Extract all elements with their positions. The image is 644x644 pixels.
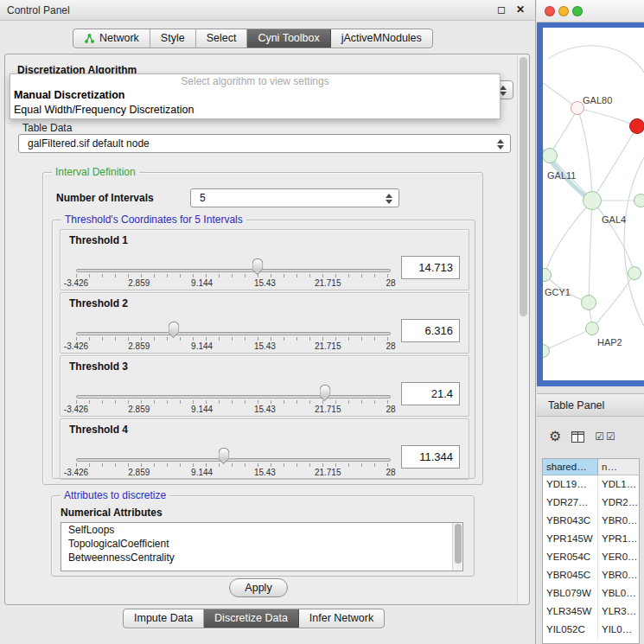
threshold-value-field[interactable]: 21.4 <box>401 382 460 405</box>
network-node[interactable] <box>585 322 599 335</box>
column-header-shared-name[interactable]: shared… <box>543 459 598 475</box>
minimize-traffic-icon[interactable] <box>558 6 569 16</box>
tick-label: 2.859 <box>128 278 150 288</box>
dropdown-option-manual-discretization[interactable]: Manual Discretization <box>10 88 500 103</box>
table-row[interactable]: YBR043CYBR0… <box>543 512 639 530</box>
column-header-name[interactable]: n… <box>598 459 639 475</box>
table-cell: YPR145W <box>543 530 598 548</box>
float-window-icon[interactable]: ◻ <box>497 3 506 16</box>
network-node[interactable] <box>543 268 552 282</box>
table-cell: YLR345W <box>543 603 598 621</box>
slider-thumb[interactable] <box>219 448 230 458</box>
table-row[interactable]: YDR27…YDR2… <box>543 494 639 512</box>
tab-jactivemnodules[interactable]: jActiveMNodules <box>331 29 432 48</box>
slider-thumb[interactable] <box>168 322 179 332</box>
close-traffic-icon[interactable] <box>545 6 555 16</box>
zoom-traffic-icon[interactable] <box>572 6 583 16</box>
list-item[interactable]: SelfLoops <box>61 523 462 537</box>
table-row[interactable]: YER054CYER0… <box>543 548 639 566</box>
table-cell: YIL052C <box>543 621 598 639</box>
dropdown-option-equal-width[interactable]: Equal Width/Frequency Discretization <box>10 103 500 118</box>
table-cell: YDL19… <box>543 475 598 494</box>
threshold-value-field[interactable]: 14.713 <box>401 256 460 279</box>
threshold-slider[interactable]: -3.4262.8599.14415.4321.71528 <box>76 419 391 479</box>
tab-select[interactable]: Select <box>196 29 248 48</box>
threshold-value-field[interactable]: 11.344 <box>401 445 460 469</box>
close-icon[interactable]: ✕ <box>516 3 525 16</box>
table-cell: YBL079W <box>543 584 598 603</box>
network-node[interactable] <box>583 191 602 210</box>
column-settings-icon[interactable] <box>571 431 584 443</box>
slider-track[interactable] <box>76 395 391 399</box>
table-panel-titlebar: Table Panel <box>537 393 644 417</box>
table-cell: YIL0… <box>598 621 639 639</box>
threshold-slider[interactable]: -3.4262.8599.14415.4321.71528 <box>76 293 391 353</box>
tab-label: Infer Network <box>309 609 373 628</box>
scrollbar-thumb[interactable] <box>455 524 462 564</box>
tab-infer-network[interactable]: Infer Network <box>299 609 384 628</box>
slider-track[interactable] <box>76 332 391 335</box>
tick-label: 28 <box>386 405 395 414</box>
slider-thumb[interactable] <box>252 258 264 269</box>
slider-track[interactable] <box>76 458 391 462</box>
screen: Control Panel ◻ ✕ Network Style Select C… <box>0 0 644 644</box>
tick-label: 15.43 <box>254 405 276 414</box>
tick-label: 9.144 <box>191 468 213 477</box>
threshold-3-panel: Threshold 3 -3.4262.8599.14415.4321.7152… <box>60 355 469 417</box>
network-node[interactable] <box>581 295 596 310</box>
cyni-toolbox-panel: Discretization Algorithm Select algorith… <box>4 54 530 605</box>
tab-label: Cyni Toolbox <box>258 29 319 48</box>
tick-label: 21.715 <box>315 278 341 288</box>
tab-discretize-data[interactable]: Discretize Data <box>204 609 299 628</box>
apply-button[interactable]: Apply <box>229 578 288 597</box>
table-row[interactable]: YBL079WYBL0… <box>543 584 639 603</box>
network-node[interactable] <box>543 148 558 163</box>
tab-network[interactable]: Network <box>73 29 150 48</box>
table-cell: YLR3… <box>598 603 639 621</box>
group-title: Threshold's Coordinates for 5 Intervals <box>61 214 246 226</box>
slider-thumb[interactable] <box>319 385 330 395</box>
tick-label: 2.859 <box>128 468 150 477</box>
network-node[interactable] <box>634 194 644 207</box>
scrollbar-thumb[interactable] <box>520 57 527 316</box>
threshold-value-field[interactable]: 6.316 <box>401 319 460 342</box>
gear-icon[interactable]: ⚙ <box>549 428 561 445</box>
number-of-intervals-label: Number of Intervals <box>56 192 154 204</box>
tab-label: Select <box>207 29 237 48</box>
list-item[interactable]: TopologicalCoefficient <box>61 537 462 551</box>
tab-impute-data[interactable]: Impute Data <box>124 609 204 628</box>
table-toolbar: ⚙ ☑☑ <box>549 427 617 446</box>
algorithm-dropdown-popup: Select algorithm to view settings Manual… <box>10 73 501 119</box>
tab-label: Impute Data <box>134 609 193 628</box>
thresholds-group: Threshold's Coordinates for 5 Intervals … <box>52 220 475 479</box>
control-panel-tabs: Network Style Select Cyni Toolbox jActiv… <box>73 29 433 48</box>
threshold-slider[interactable]: -3.4262.8599.14415.4321.71528 <box>76 230 391 290</box>
table-data-combobox[interactable]: galFiltered.sif default node <box>18 134 511 153</box>
tick-label: 28 <box>386 468 395 477</box>
table-row[interactable]: YIL052CYIL0… <box>543 621 639 639</box>
tab-style[interactable]: Style <box>150 29 196 48</box>
network-canvas[interactable]: GAL80GAL11GAL4GCY1HAP2 <box>543 28 644 380</box>
slider-ticks <box>76 400 391 404</box>
number-of-intervals-combobox[interactable]: 5 <box>190 188 399 207</box>
tick-label: 2.859 <box>128 405 150 414</box>
table-row[interactable]: YPR145WYPR1… <box>543 530 639 548</box>
tick-label: 21.715 <box>315 468 341 477</box>
select-all-icon[interactable]: ☑☑ <box>595 430 617 443</box>
threshold-slider[interactable]: -3.4262.8599.14415.4321.71528 <box>76 356 391 416</box>
slider-tick-labels: -3.4262.8599.14415.4321.71528 <box>76 468 391 478</box>
panel-scrollbar[interactable] <box>517 55 528 604</box>
group-title: Interval Definition <box>52 166 139 178</box>
network-node-label: GCY1 <box>545 287 571 297</box>
table-row[interactable]: YBR045CYBR0… <box>543 566 639 584</box>
network-node[interactable] <box>629 118 644 134</box>
interval-definition-group: Interval Definition Number of Intervals … <box>42 172 483 485</box>
tab-cyni-toolbox[interactable]: Cyni Toolbox <box>247 29 330 48</box>
table-row[interactable]: YDL19…YDL1… <box>543 475 639 494</box>
table-row[interactable]: YLR345WYLR3… <box>543 603 639 621</box>
network-node[interactable] <box>628 266 641 280</box>
list-scrollbar[interactable] <box>452 523 462 571</box>
list-item[interactable]: BetweennessCentrality <box>61 551 462 564</box>
network-node[interactable] <box>543 344 550 358</box>
slider-track[interactable] <box>76 269 391 272</box>
